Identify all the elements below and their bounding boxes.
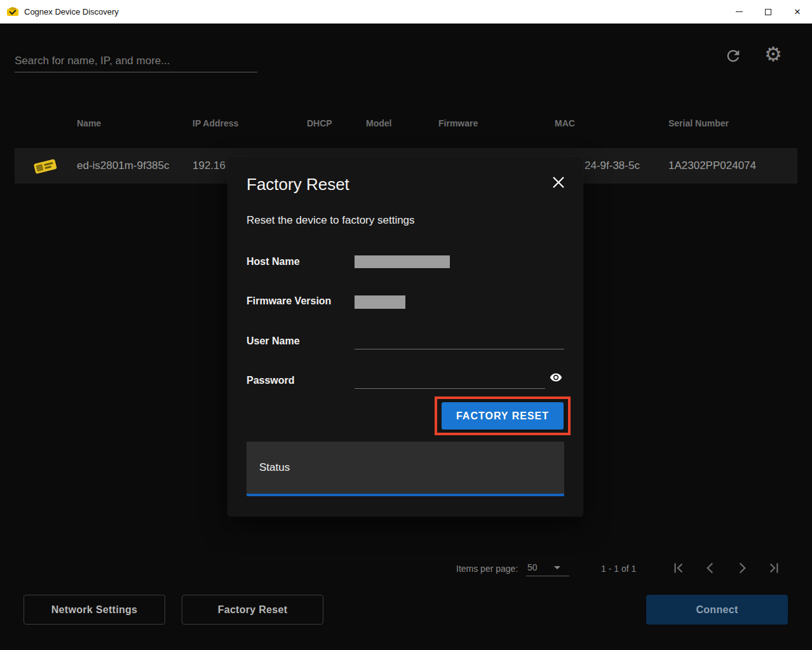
search-input[interactable] xyxy=(15,50,257,72)
maximize-icon xyxy=(765,9,771,15)
show-password-button[interactable] xyxy=(548,371,564,384)
host-name-value-redacted xyxy=(355,255,450,268)
minimize-icon xyxy=(736,11,743,12)
items-per-page-label: Items per page: xyxy=(456,564,518,574)
items-per-page-value: 50 xyxy=(527,562,538,572)
column-header-dhcp: DHCP xyxy=(307,118,332,128)
dialog-title: Factory Reset xyxy=(247,175,349,194)
host-name-label: Host Name xyxy=(247,256,300,267)
column-header-mac: MAC xyxy=(555,118,575,128)
network-settings-button[interactable]: Network Settings xyxy=(24,595,165,625)
previous-page-button[interactable] xyxy=(701,560,719,578)
last-page-button[interactable] xyxy=(765,560,783,578)
close-icon xyxy=(551,175,565,189)
dialog-subtitle: Reset the device to factory settings xyxy=(247,214,415,227)
firmware-version-value-redacted xyxy=(355,295,405,309)
table-header: Name IP Address DHCP Model Firmware MAC … xyxy=(0,118,812,132)
status-panel: Status xyxy=(247,442,564,496)
dialog-close-button[interactable] xyxy=(550,175,567,191)
settings-button[interactable]: ⚙ xyxy=(762,43,784,65)
cell-serial-number: 1A2302PP024074 xyxy=(668,159,756,172)
first-page-button[interactable] xyxy=(670,560,687,578)
column-header-firmware: Firmware xyxy=(438,118,478,128)
column-header-model: Model xyxy=(366,118,391,128)
factory-reset-dialog: Factory Reset Reset the device to factor… xyxy=(227,157,583,517)
chevron-left-icon xyxy=(702,560,719,576)
firmware-version-label: Firmware Version xyxy=(247,295,331,307)
items-per-page-select[interactable]: 50 xyxy=(526,559,569,576)
window-controls: × xyxy=(724,0,812,24)
user-name-input[interactable] xyxy=(355,330,564,349)
next-page-button[interactable] xyxy=(733,560,751,578)
cell-ip-address: 192.16 xyxy=(193,159,226,172)
titlebar: Cognex Device Discovery × xyxy=(0,0,812,24)
factory-reset-footer-button[interactable]: Factory Reset xyxy=(182,595,323,625)
first-page-icon xyxy=(670,560,687,576)
column-header-serial: Serial Number xyxy=(668,118,729,128)
paginator: Items per page: 50 1 - 1 of 1 xyxy=(0,559,812,579)
user-name-label: User Name xyxy=(247,335,300,347)
cell-device-name: ed-is2801m-9f385c xyxy=(77,159,170,172)
chevron-down-icon xyxy=(554,566,560,569)
window-title: Cognex Device Discovery xyxy=(24,7,119,17)
last-page-icon xyxy=(766,560,782,576)
column-header-ip: IP Address xyxy=(193,118,238,128)
connect-button[interactable]: Connect xyxy=(646,595,788,625)
column-header-name: Name xyxy=(77,118,101,128)
eye-icon xyxy=(548,371,564,384)
cell-mac: 24-9f-38-5c xyxy=(585,159,640,172)
maximize-button[interactable] xyxy=(754,0,783,24)
gear-icon: ⚙ xyxy=(764,43,782,65)
factory-reset-submit-button[interactable]: FACTORY RESET xyxy=(442,402,564,430)
password-input[interactable] xyxy=(355,369,545,389)
close-icon: × xyxy=(794,6,801,17)
status-progress-bar xyxy=(247,494,564,496)
chevron-right-icon xyxy=(734,560,750,576)
page-range-label: 1 - 1 of 1 xyxy=(601,564,636,574)
close-window-button[interactable]: × xyxy=(783,0,812,24)
password-label: Password xyxy=(247,375,295,386)
cognex-logo-icon xyxy=(6,6,19,18)
minimize-button[interactable] xyxy=(724,0,754,24)
refresh-button[interactable] xyxy=(724,47,742,65)
app-window: Cognex Device Discovery × ⚙ Name IP Addr… xyxy=(0,0,812,650)
status-label: Status xyxy=(259,461,290,474)
device-icon xyxy=(30,156,60,176)
refresh-icon xyxy=(724,47,742,65)
